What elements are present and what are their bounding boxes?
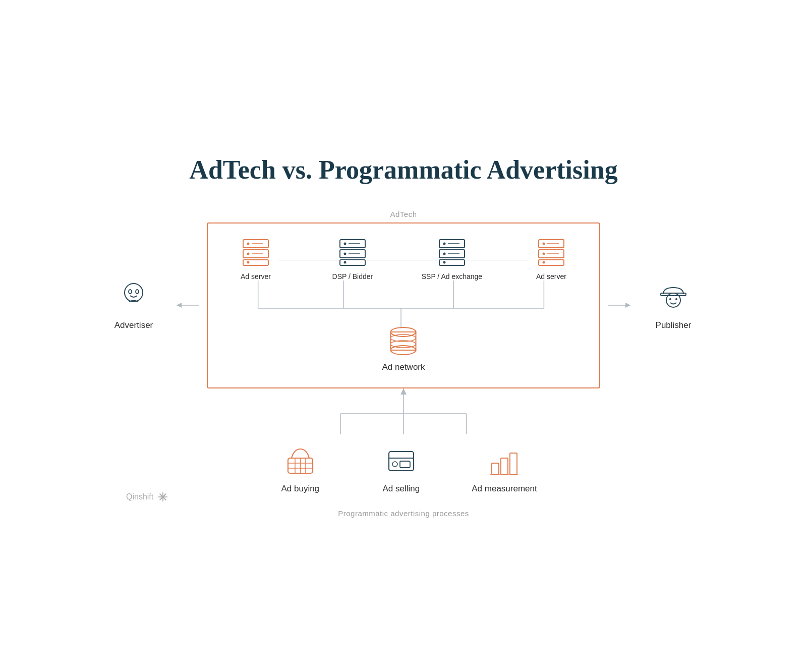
page-container: AdTech vs. Programmatic Advertising AdTe…	[101, 155, 706, 518]
advertiser-label: Advertiser	[114, 320, 153, 330]
left-arrow	[171, 300, 202, 310]
page-title: AdTech vs. Programmatic Advertising	[101, 155, 706, 185]
svg-point-25	[443, 252, 445, 255]
adnetwork-icon	[387, 326, 420, 356]
svg-point-22	[443, 242, 445, 245]
svg-rect-11	[243, 260, 268, 265]
logo-icon	[157, 491, 168, 502]
svg-rect-35	[539, 260, 564, 265]
svg-point-36	[542, 261, 545, 263]
svg-rect-27	[439, 260, 465, 265]
adnetwork-item: Ad network	[382, 326, 425, 372]
arrow-left-icon	[171, 300, 202, 310]
diagram-area: AdTech Advertiser	[101, 210, 706, 518]
advertiser-entity: Advertiser	[101, 280, 166, 330]
svg-point-28	[443, 261, 445, 263]
svg-point-12	[247, 261, 250, 263]
svg-point-20	[343, 261, 346, 263]
prog-item-selling: Ad selling	[371, 444, 431, 494]
svg-point-14	[343, 242, 346, 245]
svg-rect-19	[340, 260, 365, 265]
svg-point-53	[675, 298, 677, 300]
programmatic-label: Programmatic advertising processes	[338, 509, 469, 518]
dsp-bidder-icon	[337, 239, 368, 266]
server-label-1: Ad server	[241, 272, 271, 281]
server-label-3: SSP / Ad exchange	[422, 272, 482, 281]
adnetwork-label: Ad network	[382, 362, 425, 372]
svg-point-68	[392, 462, 397, 467]
servers-row: Ad server	[228, 239, 579, 281]
svg-point-17	[343, 252, 346, 255]
server-item-4: Ad server	[524, 239, 579, 281]
programmatic-section: Ad buying Ad selling	[101, 388, 706, 518]
ad-measurement-icon	[488, 444, 521, 477]
ssp-icon	[437, 239, 467, 266]
svg-point-0	[125, 284, 143, 302]
svg-point-30	[542, 242, 545, 245]
prog-label-buying: Ad buying	[281, 484, 319, 494]
prog-connector-svg	[277, 388, 530, 434]
connector-adnetwork-area: Ad network	[228, 281, 579, 372]
h-line-servers	[278, 260, 529, 261]
ad-server-right-icon	[536, 239, 566, 266]
svg-point-9	[247, 252, 250, 255]
prog-items-row: Ad buying Ad selling	[270, 444, 537, 494]
publisher-entity: Publisher	[641, 280, 706, 330]
advertiser-icon	[116, 280, 151, 315]
svg-rect-70	[501, 458, 508, 474]
adtech-box: Ad server	[207, 222, 600, 388]
svg-marker-4	[177, 303, 182, 308]
svg-rect-69	[492, 463, 499, 474]
adtech-row: Advertiser	[101, 222, 706, 388]
right-arrow	[605, 300, 636, 310]
arrow-right-icon	[605, 300, 636, 310]
adtech-label: AdTech	[390, 210, 417, 218]
svg-point-6	[247, 242, 250, 245]
prog-label-selling: Ad selling	[382, 484, 420, 494]
svg-point-2	[136, 290, 139, 294]
svg-point-52	[669, 298, 671, 300]
ad-selling-icon	[385, 444, 418, 477]
prog-item-buying: Ad buying	[270, 444, 330, 494]
server-label-2: DSP / Bidder	[332, 272, 373, 281]
adnetwork-row: Ad network	[228, 326, 579, 372]
svg-marker-55	[400, 388, 407, 395]
prog-item-measurement: Ad measurement	[472, 444, 537, 494]
logo-area: Qinshift	[126, 491, 168, 502]
ad-server-left-icon	[241, 239, 271, 266]
svg-point-1	[129, 290, 132, 294]
server-label-4: Ad server	[536, 272, 566, 281]
publisher-label: Publisher	[656, 320, 691, 330]
svg-point-33	[542, 252, 545, 255]
ad-buying-icon	[284, 444, 317, 477]
publisher-icon	[656, 280, 691, 315]
svg-rect-67	[400, 461, 410, 468]
svg-rect-71	[510, 453, 517, 474]
server-item-1: Ad server	[228, 239, 283, 281]
prog-label-measurement: Ad measurement	[472, 484, 537, 494]
logo-text: Qinshift	[126, 492, 153, 501]
svg-marker-49	[625, 303, 630, 308]
